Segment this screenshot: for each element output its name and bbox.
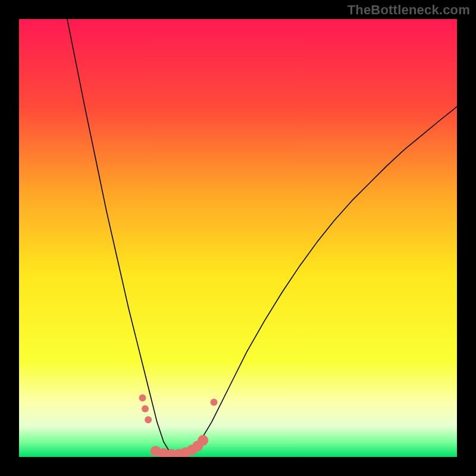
gradient-background [19,19,457,457]
data-point [211,399,218,406]
data-point [139,394,146,402]
data-point [145,416,152,423]
data-point [198,435,208,446]
chart-svg [19,19,457,457]
data-point [142,405,149,412]
plot-area [19,19,457,457]
chart-frame: TheBottleneck.com [0,0,476,476]
watermark-text: TheBottleneck.com [347,2,470,18]
